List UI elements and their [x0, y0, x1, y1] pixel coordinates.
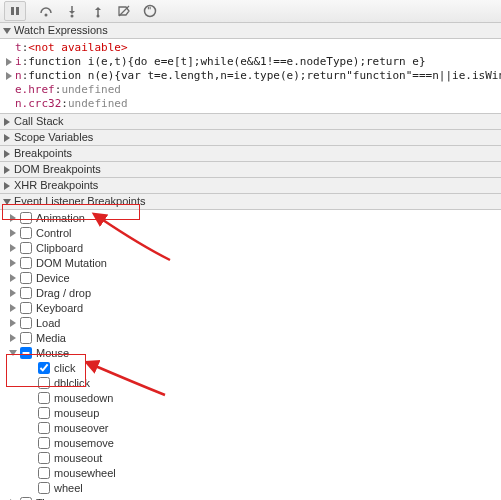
event-category-label: Load [36, 317, 60, 329]
event-type-checkbox[interactable] [38, 392, 50, 404]
event-type-checkbox[interactable] [38, 422, 50, 434]
disclosure-triangle-icon [3, 28, 11, 34]
event-type-label: mousedown [54, 392, 113, 404]
event-type-checkbox[interactable] [38, 362, 50, 374]
panel-header-breakpoints[interactable]: Breakpoints [0, 146, 501, 162]
event-type-checkbox[interactable] [38, 377, 50, 389]
event-type[interactable]: click [28, 360, 501, 375]
svg-rect-13 [150, 7, 151, 9]
event-category-checkbox[interactable] [20, 287, 32, 299]
disclosure-triangle-icon [10, 334, 16, 342]
event-category[interactable]: Clipboard [0, 240, 501, 255]
watch-value: <not available> [28, 41, 127, 55]
event-type[interactable]: mousemove [28, 435, 501, 450]
event-category[interactable]: Device [0, 270, 501, 285]
event-type-checkbox[interactable] [38, 467, 50, 479]
event-category[interactable]: Drag / drop [0, 285, 501, 300]
event-type[interactable]: dblclick [28, 375, 501, 390]
deactivate-breakpoints-button[interactable] [116, 3, 132, 19]
event-type[interactable]: mousewheel [28, 465, 501, 480]
step-into-button[interactable] [64, 3, 80, 19]
disclosure-triangle-icon [6, 72, 12, 80]
event-type-label: mousewheel [54, 467, 116, 479]
panel-header-callstack[interactable]: Call Stack [0, 114, 501, 130]
panel-header-dom-breakpoints[interactable]: DOM Breakpoints [0, 162, 501, 178]
event-category[interactable]: Control [0, 225, 501, 240]
panel-header-scope[interactable]: Scope Variables [0, 130, 501, 146]
watch-expression[interactable]: t: <not available> [6, 41, 499, 55]
watch-value: function n(e){var t=e.length,n=ie.type(e… [28, 69, 501, 83]
event-type-label: mouseup [54, 407, 99, 419]
watch-expression[interactable]: n.crc32: undefined [6, 97, 499, 111]
svg-point-5 [71, 15, 74, 18]
event-category-label: Timer [36, 497, 64, 501]
watch-name: e.href [15, 83, 55, 97]
event-category-label: Device [36, 272, 70, 284]
event-type-checkbox[interactable] [38, 482, 50, 494]
event-category-label: Drag / drop [36, 287, 91, 299]
event-category[interactable]: Animation [0, 210, 501, 225]
disclosure-triangle-icon [6, 58, 12, 66]
step-out-button[interactable] [90, 3, 106, 19]
disclosure-triangle-icon [9, 350, 17, 356]
event-type[interactable]: mousedown [28, 390, 501, 405]
watch-expression[interactable]: e.href: undefined [6, 83, 499, 97]
watch-name: i [15, 55, 22, 69]
disclosure-triangle-icon [10, 244, 16, 252]
watch-value: undefined [61, 83, 121, 97]
event-category[interactable]: Timer [0, 495, 501, 500]
event-category-checkbox[interactable] [20, 272, 32, 284]
disclosure-triangle-icon [3, 199, 11, 205]
disclosure-triangle-icon [4, 150, 10, 158]
disclosure-triangle-icon [10, 304, 16, 312]
event-category[interactable]: Mouse [0, 345, 501, 360]
event-category-checkbox[interactable] [20, 227, 32, 239]
event-category-label: Clipboard [36, 242, 83, 254]
watch-value: function i(e,t){do e=e[t];while(e&&1!==e… [28, 55, 425, 69]
event-type[interactable]: mouseover [28, 420, 501, 435]
event-category-label: Media [36, 332, 66, 344]
event-category-checkbox[interactable] [20, 332, 32, 344]
event-category-checkbox[interactable] [20, 257, 32, 269]
svg-marker-4 [69, 11, 75, 14]
event-type[interactable]: wheel [28, 480, 501, 495]
event-category-checkbox[interactable] [20, 212, 32, 224]
step-over-button[interactable] [38, 3, 54, 19]
pause-on-exceptions-button[interactable] [142, 3, 158, 19]
watch-expressions-body: t: <not available>i: function i(e,t){do … [0, 39, 501, 114]
pause-button[interactable] [4, 1, 26, 21]
event-type-checkbox[interactable] [38, 437, 50, 449]
event-category-label: DOM Mutation [36, 257, 107, 269]
watch-expression[interactable]: n: function n(e){var t=e.length,n=ie.typ… [6, 69, 499, 83]
svg-point-8 [97, 15, 100, 18]
event-type-checkbox[interactable] [38, 407, 50, 419]
watch-value: undefined [68, 97, 128, 111]
event-category[interactable]: Keyboard [0, 300, 501, 315]
disclosure-triangle-icon [10, 274, 16, 282]
event-category-checkbox[interactable] [20, 497, 32, 501]
panel-header-watch[interactable]: Watch Expressions [0, 23, 501, 39]
watch-expression[interactable]: i: function i(e,t){do e=e[t];while(e&&1!… [6, 55, 499, 69]
event-category-children: clickdblclickmousedownmouseupmouseovermo… [0, 360, 501, 495]
event-category[interactable]: Media [0, 330, 501, 345]
disclosure-triangle-icon [10, 259, 16, 267]
event-type-checkbox[interactable] [38, 452, 50, 464]
event-category-checkbox[interactable] [20, 317, 32, 329]
event-category-checkbox[interactable] [20, 302, 32, 314]
svg-rect-0 [11, 7, 14, 15]
event-category-checkbox[interactable] [20, 242, 32, 254]
event-category-label: Mouse [36, 347, 69, 359]
event-type-label: wheel [54, 482, 83, 494]
panel-header-event-listener-breakpoints[interactable]: Event Listener Breakpoints [0, 194, 501, 210]
event-category[interactable]: DOM Mutation [0, 255, 501, 270]
event-type[interactable]: mouseup [28, 405, 501, 420]
svg-rect-12 [148, 7, 149, 9]
panel-header-xhr-breakpoints[interactable]: XHR Breakpoints [0, 178, 501, 194]
event-category[interactable]: Load [0, 315, 501, 330]
event-type[interactable]: mouseout [28, 450, 501, 465]
event-category-checkbox[interactable] [20, 347, 32, 359]
panel-title: Watch Expressions [14, 23, 108, 38]
event-listener-body: AnimationControlClipboardDOM MutationDev… [0, 210, 501, 500]
disclosure-triangle-icon [10, 289, 16, 297]
panel-title: DOM Breakpoints [14, 162, 101, 177]
